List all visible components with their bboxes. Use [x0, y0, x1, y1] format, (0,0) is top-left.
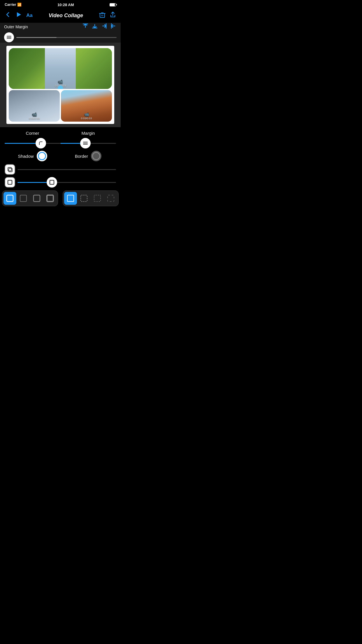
toolbar-arrows: [82, 23, 117, 31]
camera-icon-bl: 📹: [32, 112, 37, 117]
margin-slider-thumb[interactable]: [80, 138, 91, 148]
shadow-slider-icon[interactable]: [5, 164, 15, 175]
delete-button[interactable]: [99, 12, 106, 20]
shadow-toggle[interactable]: [37, 151, 47, 161]
video-overlay-bl: 📹 0:03/0:03: [29, 112, 40, 120]
video-clip-bottom-left[interactable]: 📹 0:03/0:03: [9, 90, 60, 122]
svg-rect-21: [47, 195, 53, 202]
border-slider-thumb[interactable]: [47, 177, 57, 188]
toolbar: Outer Margin: [0, 23, 121, 43]
corner-section: Corner: [5, 131, 60, 148]
layout-thick-btn[interactable]: [44, 192, 57, 205]
svg-rect-22: [67, 195, 74, 202]
nav-left: Aa: [5, 11, 33, 20]
wifi-icon: 📶: [17, 3, 22, 7]
shadow-section: Shadow: [5, 151, 60, 161]
play-button[interactable]: [16, 12, 22, 19]
shadow-label: Shadow: [18, 154, 34, 159]
frame-dashed-btn[interactable]: [78, 192, 90, 205]
outer-margin-label: Outer Margin: [4, 24, 30, 29]
svg-marker-0: [17, 12, 21, 17]
border-style-group: [2, 190, 58, 206]
layout-groups: [5, 190, 116, 207]
preview-area: 📹 0:03/0:03 📹 0:03/0:03 📹 0:03/0:03: [0, 43, 121, 127]
margin-section: Margin: [60, 131, 116, 148]
layout-solid-btn[interactable]: [3, 192, 16, 205]
svg-rect-14: [8, 167, 11, 171]
page-title: Video Collage: [33, 13, 99, 19]
corner-label: Corner: [5, 131, 60, 136]
share-button[interactable]: [110, 12, 116, 20]
border-slider-row: [5, 177, 116, 188]
svg-rect-19: [20, 195, 27, 202]
back-button[interactable]: [5, 11, 11, 20]
frame-empty-btn[interactable]: [104, 192, 117, 205]
border-toggle[interactable]: [91, 151, 101, 161]
collage-container: 📹 0:03/0:03 📹 0:03/0:03 📹 0:03/0:03: [6, 46, 114, 124]
svg-rect-20: [34, 195, 40, 202]
menu-button[interactable]: [4, 32, 14, 42]
layout-thin-btn[interactable]: [17, 192, 30, 205]
video-clip-bottom-right[interactable]: 📹 0:03/0:03: [61, 90, 112, 122]
split-handle[interactable]: [58, 85, 63, 89]
border-label: Border: [75, 154, 88, 159]
shadow-slider-row: [5, 164, 116, 175]
shadow-border-row: Shadow Border: [5, 151, 116, 161]
video-overlay-br: 📹 0:03/0:03: [81, 112, 92, 120]
collage-bottom-row: 📹 0:03/0:03 📹 0:03/0:03: [9, 90, 112, 122]
frame-full-btn[interactable]: [64, 192, 77, 205]
frame-style-group: [63, 190, 119, 206]
layout-medium-btn[interactable]: [30, 192, 43, 205]
svg-rect-16: [8, 180, 12, 184]
video-time-br: 0:03/0:03: [81, 117, 92, 120]
svg-rect-17: [50, 180, 54, 184]
status-bar: Carrier 📶 10:28 AM: [0, 0, 121, 8]
battery-icon: [110, 3, 116, 6]
svg-rect-25: [108, 195, 114, 202]
time-label: 10:28 AM: [57, 3, 74, 7]
margin-label: Margin: [60, 131, 116, 136]
arrow-right-icon[interactable]: [101, 23, 107, 31]
corner-slider-thumb[interactable]: [36, 138, 46, 148]
camera-icon-top: 📹: [58, 79, 63, 84]
outer-margin-slider[interactable]: [4, 32, 117, 43]
nav-bar: Aa Video Collage: [0, 8, 121, 23]
svg-rect-15: [9, 168, 12, 172]
carrier-label: Carrier 📶: [5, 3, 22, 7]
camera-icon-br: 📹: [84, 112, 89, 117]
video-clip-top[interactable]: 📹 0:03/0:03: [9, 48, 112, 89]
battery-area: [110, 3, 116, 6]
frame-dotted-btn[interactable]: [91, 192, 104, 205]
svg-rect-18: [7, 195, 13, 202]
bottom-controls: Corner Margin: [0, 127, 121, 210]
nav-right: [99, 12, 116, 20]
svg-rect-1: [100, 13, 105, 18]
arrow-left-icon[interactable]: [110, 23, 117, 31]
svg-rect-23: [81, 195, 87, 202]
svg-rect-24: [94, 195, 101, 202]
arrow-down-icon[interactable]: [92, 23, 98, 31]
border-slider-icon[interactable]: [5, 177, 15, 188]
corner-margin-row: Corner Margin: [5, 131, 116, 148]
border-section: Border: [60, 151, 116, 161]
arrow-up-icon[interactable]: [82, 23, 89, 31]
video-time-bl: 0:03/0:03: [29, 117, 40, 120]
font-button[interactable]: Aa: [26, 13, 33, 18]
